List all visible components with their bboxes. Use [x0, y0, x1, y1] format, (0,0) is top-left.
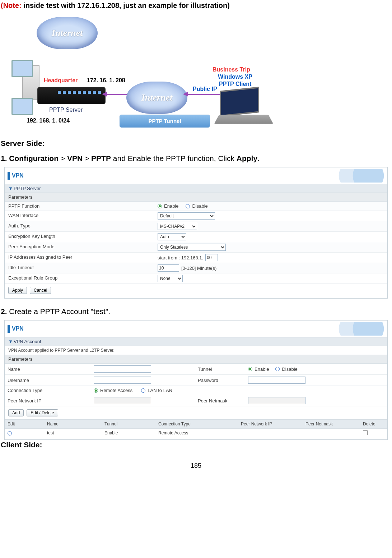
- panel1-button-row: Apply Cancel: [5, 284, 387, 297]
- select-auth-type[interactable]: MS-CHAPv2: [158, 223, 197, 230]
- laptop-icon: [220, 89, 274, 125]
- apply-button[interactable]: Apply: [8, 287, 27, 294]
- cancel-button[interactable]: Cancel: [30, 287, 51, 294]
- label-wan-interface: WAN Interface: [5, 211, 155, 221]
- header-decoration-icon: [331, 169, 384, 183]
- input-peer-ip[interactable]: [94, 397, 151, 404]
- panel2-params: Parameters: [5, 355, 387, 364]
- tunnel-disable-label: Disable: [282, 366, 297, 372]
- idle-timeout-suffix: [0-120] Minute(s): [181, 266, 216, 271]
- label-lan-subnet: 192. 168. 1. 0/24: [27, 117, 70, 124]
- label-tunnel: Tunnel: [195, 364, 245, 374]
- th-peer-mask: Peer Netmask: [303, 420, 360, 428]
- panel2-header: VPN: [5, 320, 387, 337]
- radio-lan-to-lan[interactable]: [141, 388, 145, 393]
- row-peer-enc-mode: Peer Encryption Mode Only Stateless: [5, 242, 387, 253]
- input-peer-mask[interactable]: [248, 397, 305, 404]
- row-pptp-function: PPTP Function Enable Disable: [5, 202, 387, 211]
- cloud-internet-1-label: Internet: [52, 28, 83, 38]
- panel2-desc: VPN Account applied to PPTP Server and L…: [5, 346, 387, 355]
- select-wan-interface[interactable]: Default: [158, 212, 215, 220]
- label-peer-ip: Peer Network IP: [5, 395, 91, 406]
- select-enc-key-len[interactable]: Auto: [158, 233, 186, 240]
- arrow-head-2: [183, 92, 188, 97]
- select-peer-enc-mode[interactable]: Only Stateless: [158, 244, 226, 251]
- pptp-tunnel-bar: PPTP Tunnel: [120, 115, 210, 127]
- input-ip-assigned[interactable]: [205, 254, 218, 261]
- client-side-heading: Client Side:: [1, 441, 391, 449]
- note-rest: inside test with 172.16.1.208, just an e…: [22, 1, 230, 9]
- radio-pptp-disable[interactable]: [186, 204, 190, 208]
- panel1-title: VPN: [12, 172, 24, 179]
- row-wan-interface: WAN Interface Default: [5, 211, 387, 221]
- header-decoration-icon: [331, 322, 384, 336]
- edit-delete-button[interactable]: Edit / Delete: [27, 409, 58, 416]
- step1-tail: .: [257, 154, 260, 162]
- cell-peer-mask: [303, 429, 360, 438]
- step-1-line: 1. Configuration > VPN > PPTP and Enable…: [1, 154, 391, 163]
- checkbox-delete[interactable]: [363, 430, 368, 435]
- cloud-internet-1: Internet: [37, 17, 98, 49]
- page-number: 185: [1, 462, 391, 470]
- label-client-os: Windows XP: [218, 74, 252, 80]
- select-exc-rule-grp[interactable]: None: [158, 275, 183, 282]
- step1-configuration: Configuration: [9, 154, 59, 162]
- radio-tunnel-enable[interactable]: [248, 367, 252, 371]
- radio-remote-access[interactable]: [94, 388, 98, 393]
- label-ip-assigned: IP Addresses Assigned to Peer: [5, 253, 155, 263]
- th-conn-type: Connection Type: [155, 420, 238, 428]
- note-line: (Note: inside test with 172.16.1.208, ju…: [1, 1, 391, 13]
- input-password[interactable]: [248, 377, 305, 384]
- step2-num: 2.: [1, 307, 7, 315]
- label-public-ip: Public IP: [193, 86, 217, 92]
- label-idle-timeout: Idle Timeout: [5, 263, 155, 273]
- input-username[interactable]: [94, 377, 151, 384]
- step1-vpn: VPN: [67, 154, 83, 162]
- th-delete: Delete: [360, 420, 387, 428]
- label-peer-mask: Peer Netmask: [195, 395, 245, 406]
- tunnel-enable-label: Enable: [255, 366, 269, 372]
- router-icon: [37, 87, 106, 104]
- panel2-section-label: VPN Account: [14, 339, 41, 344]
- label-exc-rule-grp: Exceptional Rule Group: [5, 273, 155, 283]
- step-2-line: 2. Create a PPTP Account "test".: [1, 307, 391, 316]
- lan-to-lan-label: LAN to LAN: [148, 388, 172, 393]
- step1-num: 1.: [1, 154, 7, 162]
- label-name: Name: [5, 364, 91, 374]
- label-auth-type: Auth. Type: [5, 221, 155, 231]
- panel2-section: ▼VPN Account: [5, 337, 387, 346]
- table-row: test Enable Remote Access: [5, 429, 387, 438]
- remote-access-label: Remote Access: [100, 388, 132, 393]
- monitor-icon-2: [11, 98, 33, 115]
- panel2-button-row: Add Edit / Delete: [5, 406, 387, 419]
- step1-mid: and Enable the PPTP function, Click: [111, 154, 237, 162]
- row-ip-assigned: IP Addresses Assigned to Peer start from…: [5, 253, 387, 263]
- header-bar-icon: [8, 325, 10, 333]
- input-name[interactable]: [94, 365, 151, 373]
- ip-assigned-prefix: start from : 192.168.1.: [158, 255, 203, 260]
- add-button[interactable]: Add: [8, 409, 24, 416]
- row-peer-net: Peer Network IP Peer Netmask: [5, 395, 387, 406]
- arrow-head-1: [102, 92, 107, 97]
- network-diagram: Internet Headquarter PPTP Server 192. 16…: [11, 17, 274, 132]
- radio-edit-row[interactable]: [8, 431, 12, 435]
- radio-tunnel-disable[interactable]: [275, 367, 280, 371]
- step1-pptp: PPTP: [91, 154, 111, 162]
- radio-pptp-enable[interactable]: [158, 204, 162, 208]
- chevron-down-icon: ▼: [8, 186, 13, 191]
- label-pptp-function: PPTP Function: [5, 202, 155, 211]
- label-pptp-server: PPTP Server: [49, 107, 83, 113]
- panel1-section: ▼PPTP Server: [5, 184, 387, 193]
- label-peer-enc-mode: Peer Encryption Mode: [5, 242, 155, 252]
- server-side-heading: Server Side:: [1, 139, 391, 148]
- row-user-pass: Username Password: [5, 375, 387, 386]
- input-idle-timeout[interactable]: [158, 264, 179, 272]
- panel1-params: Parameters: [5, 193, 387, 202]
- chevron-down-icon: ▼: [8, 339, 13, 344]
- arrow-line-2: [186, 94, 220, 95]
- label-disable: Disable: [192, 203, 207, 209]
- cell-peer-ip: [238, 429, 303, 438]
- label-wan-ip: 172. 16. 1. 208: [87, 77, 125, 84]
- th-edit: Edit: [5, 420, 44, 428]
- label-business-trip: Business Trip: [213, 66, 250, 73]
